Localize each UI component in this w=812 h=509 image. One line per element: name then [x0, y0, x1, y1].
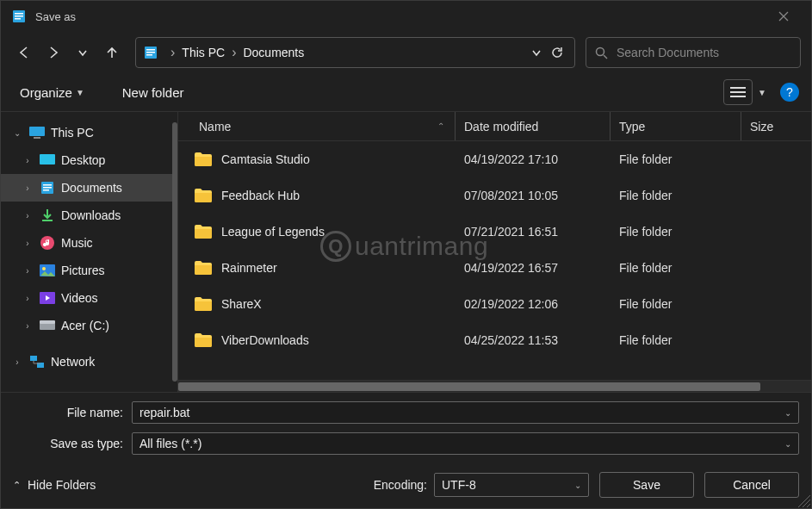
- table-row[interactable]: Rainmeter04/19/2022 16:57File folder: [178, 250, 811, 286]
- organize-button[interactable]: Organize▼: [13, 82, 91, 103]
- tree-pictures[interactable]: › Pictures: [1, 257, 177, 284]
- chevron-down-icon: ⌄: [574, 481, 581, 490]
- svg-rect-9: [730, 87, 746, 89]
- svg-rect-5: [146, 49, 155, 51]
- tree-acer-c[interactable]: › Acer (C:): [1, 312, 177, 339]
- chevron-right-icon[interactable]: ›: [22, 321, 34, 331]
- tree-documents[interactable]: › Documents: [1, 174, 177, 202]
- chevron-right-icon[interactable]: ›: [11, 357, 23, 367]
- chevron-down-icon[interactable]: ⌄: [784, 439, 791, 449]
- recent-dropdown[interactable]: [70, 40, 96, 65]
- table-row[interactable]: Camtasia Studio04/19/2022 17:10File fold…: [178, 141, 811, 177]
- chevron-right-icon[interactable]: ›: [22, 239, 34, 248]
- tree-this-pc[interactable]: ⌄ This PC: [1, 119, 177, 146]
- cancel-button[interactable]: Cancel: [704, 472, 799, 498]
- chevron-up-icon: ⌃: [437, 121, 444, 131]
- file-date: 04/25/2022 11:53: [456, 333, 611, 347]
- downloads-icon: [39, 207, 56, 224]
- app-icon: [11, 9, 27, 24]
- help-button[interactable]: ?: [780, 83, 799, 102]
- encoding-select[interactable]: UTF-8 ⌄: [434, 473, 589, 497]
- svg-rect-11: [730, 96, 746, 97]
- tree-scrollbar[interactable]: [172, 122, 177, 382]
- up-button[interactable]: [99, 40, 125, 65]
- file-type: File folder: [611, 297, 741, 311]
- chevron-right-icon[interactable]: ›: [22, 294, 34, 303]
- file-date: 02/19/2022 12:06: [456, 297, 611, 311]
- tree-music[interactable]: › Music: [1, 229, 177, 257]
- view-mode-button[interactable]: [723, 79, 753, 105]
- search-input[interactable]: Search Documents: [586, 37, 801, 68]
- back-button[interactable]: [11, 40, 37, 65]
- file-type: File folder: [611, 333, 741, 347]
- file-type: File folder: [611, 189, 741, 202]
- file-type: File folder: [611, 152, 741, 166]
- horizontal-scrollbar[interactable]: [178, 380, 811, 392]
- music-icon: [39, 234, 56, 251]
- new-folder-button[interactable]: New folder: [115, 82, 191, 103]
- breadcrumb-thispc[interactable]: This PC: [182, 46, 225, 59]
- column-size[interactable]: Size: [741, 112, 811, 140]
- file-date: 07/08/2021 10:05: [456, 189, 611, 202]
- svg-rect-25: [40, 320, 55, 324]
- save-button[interactable]: Save: [599, 472, 694, 498]
- address-bar[interactable]: › This PC › Documents: [135, 37, 575, 68]
- tree-network[interactable]: › Network: [1, 348, 177, 376]
- file-date: 07/21/2021 16:51: [456, 225, 611, 239]
- footer: ⌃ Hide Folders Encoding: UTF-8 ⌄ Save Ca…: [1, 467, 811, 508]
- column-date[interactable]: Date modified: [456, 112, 611, 140]
- filename-input[interactable]: repair.bat ⌄: [132, 401, 799, 424]
- tree-videos[interactable]: › Videos: [1, 284, 177, 312]
- svg-point-22: [42, 267, 46, 270]
- chevron-right-icon[interactable]: ›: [22, 266, 34, 276]
- svg-rect-14: [40, 154, 55, 164]
- close-button[interactable]: [766, 9, 801, 24]
- view-mode-dropdown[interactable]: ▼: [758, 88, 766, 97]
- file-name: Camtasia Studio: [221, 152, 310, 166]
- resize-grip[interactable]: [798, 495, 810, 507]
- chevron-down-icon: ▼: [76, 88, 84, 97]
- svg-rect-26: [30, 356, 37, 361]
- table-row[interactable]: Feedback Hub07/08/2021 10:05File folder: [178, 177, 811, 214]
- column-type[interactable]: Type: [611, 112, 741, 140]
- savetype-label: Save as type:: [13, 437, 132, 450]
- network-icon: [28, 353, 46, 370]
- chevron-right-icon[interactable]: ›: [170, 45, 175, 60]
- column-headers: Name⌃ Date modified Type Size: [178, 112, 811, 141]
- svg-rect-3: [15, 18, 21, 20]
- file-date: 04/19/2022 17:10: [456, 152, 611, 166]
- address-dropdown[interactable]: [526, 40, 547, 65]
- refresh-button[interactable]: [547, 40, 567, 65]
- search-icon: [595, 47, 608, 59]
- videos-icon: [39, 289, 56, 307]
- hide-folders-button[interactable]: ⌃ Hide Folders: [13, 478, 96, 492]
- table-row[interactable]: League of Legends07/21/2021 16:51File fo…: [178, 214, 811, 250]
- file-list: Name⌃ Date modified Type Size Camtasia S…: [178, 112, 811, 392]
- chevron-down-icon[interactable]: ⌄: [784, 408, 791, 418]
- encoding-label: Encoding:: [374, 478, 427, 492]
- pc-icon: [28, 124, 46, 141]
- table-row[interactable]: ShareX02/19/2022 12:06File folder: [178, 286, 811, 322]
- svg-rect-24: [40, 323, 55, 330]
- file-name: Feedback Hub: [221, 189, 300, 202]
- table-row[interactable]: ViberDownloads04/25/2022 11:53File folde…: [178, 322, 811, 358]
- chevron-right-icon[interactable]: ›: [22, 211, 34, 220]
- chevron-right-icon[interactable]: ›: [232, 45, 236, 60]
- tree-downloads[interactable]: › Downloads: [1, 202, 177, 229]
- save-as-dialog: Save as › This PC › Documents Search Doc…: [0, 0, 812, 509]
- svg-rect-16: [43, 184, 52, 186]
- file-name: Rainmeter: [221, 261, 277, 275]
- svg-point-8: [597, 47, 604, 55]
- savetype-select[interactable]: All files (*.*) ⌄: [132, 432, 799, 455]
- file-type: File folder: [611, 261, 741, 275]
- chevron-right-icon[interactable]: ›: [22, 183, 34, 193]
- file-type: File folder: [611, 225, 741, 239]
- tree-desktop[interactable]: › Desktop: [1, 146, 177, 174]
- forward-button[interactable]: [40, 40, 66, 65]
- chevron-right-icon[interactable]: ›: [22, 156, 34, 165]
- column-name[interactable]: Name⌃: [178, 112, 456, 140]
- svg-rect-17: [43, 187, 52, 189]
- breadcrumb-documents[interactable]: Documents: [243, 46, 304, 59]
- pictures-icon: [39, 262, 56, 279]
- chevron-down-icon[interactable]: ⌄: [11, 128, 23, 138]
